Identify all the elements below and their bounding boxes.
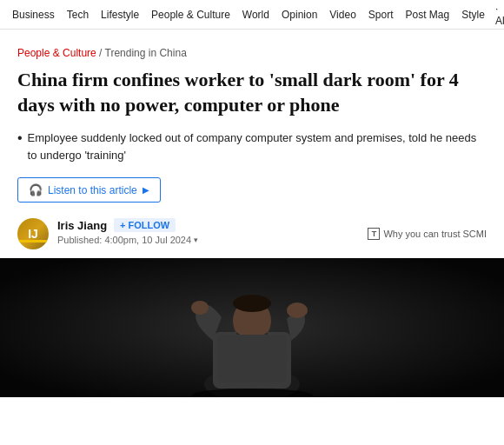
listen-arrow-icon: ▶ bbox=[143, 185, 149, 195]
breadcrumb: People & Culture / Trending in China bbox=[17, 47, 487, 59]
publish-date-text: Published: 4:00pm, 10 Jul 2024 bbox=[57, 235, 191, 245]
follow-button[interactable]: + FOLLOW bbox=[114, 218, 176, 232]
bullet-text: Employee suddenly locked out of company … bbox=[28, 130, 487, 163]
author-name: Iris Jiang bbox=[57, 219, 107, 232]
bullet-dot: • bbox=[17, 130, 23, 148]
nav-item-lifestyle[interactable]: Lifestyle bbox=[96, 0, 144, 30]
breadcrumb-subsection: Trending in China bbox=[105, 47, 187, 59]
nav-item-world[interactable]: World bbox=[237, 0, 275, 30]
svg-point-8 bbox=[191, 301, 209, 315]
author-row: IJ Iris Jiang + FOLLOW Published: 4:00pm… bbox=[17, 218, 487, 249]
nav-item-opinion[interactable]: Opinion bbox=[276, 0, 322, 30]
trust-label: Why you can trust SCMI bbox=[383, 229, 487, 239]
nav-item-business[interactable]: Business bbox=[7, 0, 60, 30]
date-arrow-icon: ▾ bbox=[194, 236, 198, 244]
svg-point-7 bbox=[287, 302, 308, 318]
hero-image bbox=[0, 258, 504, 397]
nav-all-dropdown[interactable]: · All ▾ bbox=[492, 3, 504, 27]
nav-item-people-culture[interactable]: People & Culture bbox=[146, 0, 235, 30]
article-container: People & Culture / Trending in China Chi… bbox=[0, 30, 504, 249]
trust-link[interactable]: T Why you can trust SCMI bbox=[368, 228, 487, 240]
nav-item-post-mag[interactable]: Post Mag bbox=[401, 0, 455, 30]
listen-button[interactable]: 🎧 Listen to this article ▶ bbox=[17, 177, 161, 203]
listen-label: Listen to this article bbox=[48, 184, 137, 196]
nav-item-video[interactable]: Video bbox=[324, 0, 361, 30]
trust-icon: T bbox=[368, 228, 380, 240]
nav-item-style[interactable]: Style bbox=[456, 0, 490, 30]
top-navigation: Business Tech Lifestyle People & Culture… bbox=[0, 0, 504, 30]
svg-rect-10 bbox=[217, 335, 287, 382]
headphone-icon: 🎧 bbox=[29, 183, 43, 196]
author-info: Iris Jiang + FOLLOW Published: 4:00pm, 1… bbox=[57, 218, 198, 245]
avatar-accent bbox=[17, 240, 49, 242]
breadcrumb-section[interactable]: People & Culture bbox=[17, 47, 96, 59]
avatar: IJ bbox=[17, 218, 49, 249]
nav-item-tech[interactable]: Tech bbox=[62, 0, 94, 30]
nav-all-label: · All bbox=[495, 3, 504, 27]
nav-item-sport[interactable]: Sport bbox=[363, 0, 399, 30]
article-title: China firm confines worker to 'small dar… bbox=[17, 68, 487, 117]
svg-point-9 bbox=[233, 295, 271, 312]
article-bullet: • Employee suddenly locked out of compan… bbox=[17, 130, 487, 163]
